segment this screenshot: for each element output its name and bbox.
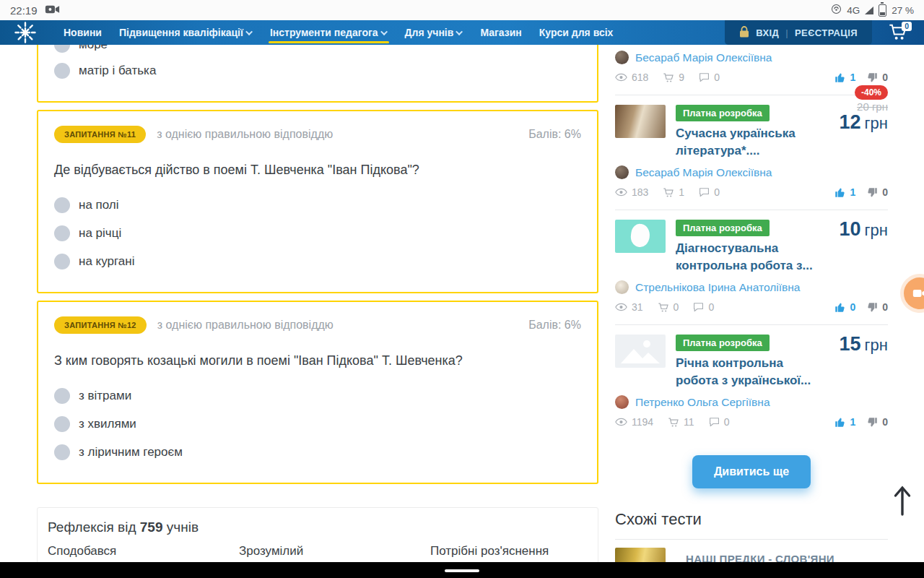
author-link[interactable]: Стрельнікова Ірина Анатоліївна xyxy=(635,281,800,294)
radio-icon[interactable] xyxy=(54,388,70,404)
thumb-up-icon xyxy=(834,302,845,313)
author-link[interactable]: Бесараб Марія Олексіївна xyxy=(635,51,772,64)
menu-item-teacher-tools[interactable]: Інструменти педагога xyxy=(261,20,396,45)
views-stat: 618 xyxy=(615,72,648,83)
answer-option[interactable]: з вітрами xyxy=(54,387,581,405)
lock-icon xyxy=(739,26,749,40)
like-button[interactable]: 1 xyxy=(834,416,855,428)
dislike-button[interactable]: 0 xyxy=(867,301,888,313)
menu-item-for-students[interactable]: Для учнів xyxy=(396,20,472,45)
price: 12грн xyxy=(840,111,888,134)
login-register-button[interactable]: ВХІД | РЕЄСТРАЦІЯ xyxy=(725,20,872,45)
question-number-badge: ЗАПИТАННЯ №12 xyxy=(54,316,147,334)
avatar xyxy=(615,395,629,409)
price: 10грн xyxy=(840,218,888,241)
question-score: Балів: 6% xyxy=(528,319,581,332)
product-title-link[interactable]: Діагностувальна контрольна робота з... xyxy=(676,240,821,275)
avatar xyxy=(615,165,629,179)
menu-item-news[interactable]: Новини xyxy=(55,20,110,45)
like-button[interactable]: 0 xyxy=(834,301,855,313)
scroll-to-top-button[interactable] xyxy=(893,485,912,519)
reflection-title: Рефлексія від 759 учнів xyxy=(48,519,588,535)
dislike-button[interactable]: 0 xyxy=(867,72,888,83)
divider xyxy=(615,539,888,540)
menu-item-courses[interactable]: Курси для всіх xyxy=(531,20,622,45)
author-link[interactable]: Бесараб Марія Олексіївна xyxy=(635,166,772,179)
chevron-down-icon xyxy=(245,28,253,35)
like-button[interactable]: 1 xyxy=(834,72,855,83)
question-card-12: ЗАПИТАННЯ №12 з однією правильною відпов… xyxy=(37,301,598,484)
chevron-down-icon xyxy=(380,28,388,35)
author-link[interactable]: Петренко Ольга Сергіївна xyxy=(635,396,770,409)
eye-icon xyxy=(615,73,627,82)
like-button[interactable]: 1 xyxy=(834,186,855,198)
question-text: Де відбувається дійство в поемі Т. Шевче… xyxy=(54,160,581,179)
product-thumbnail[interactable] xyxy=(615,220,666,253)
cart-icon xyxy=(663,72,674,83)
cart-stat: 0 xyxy=(658,301,679,313)
answer-option[interactable]: матір і батька xyxy=(54,62,581,79)
thumb-down-icon xyxy=(867,72,878,83)
main-menu: Новини Підвищення кваліфікації Інструмен… xyxy=(55,20,622,45)
menu-item-shop[interactable]: Магазин xyxy=(471,20,530,45)
home-indicator[interactable] xyxy=(445,569,479,572)
radio-icon[interactable] xyxy=(54,444,70,460)
cart-icon xyxy=(668,417,679,428)
discount-badge: -40% xyxy=(855,85,888,100)
products-sidebar: Бесараб Марія Олексіївна 618 9 0 xyxy=(615,45,888,578)
login-label: ВХІД xyxy=(756,27,779,38)
comments-stat: 0 xyxy=(693,301,714,313)
radio-icon[interactable] xyxy=(54,63,70,79)
cart-icon xyxy=(663,187,674,198)
android-navigation-bar[interactable] xyxy=(0,562,924,578)
radio-icon[interactable] xyxy=(54,254,70,269)
cart-stat: 1 xyxy=(663,186,684,198)
naurok-logo-icon[interactable] xyxy=(12,20,39,45)
radio-icon[interactable] xyxy=(54,416,70,432)
register-label: РЕЄСТРАЦІЯ xyxy=(795,27,858,38)
product-title-link[interactable]: Сучасна українська література*.... xyxy=(676,125,821,160)
dislike-button[interactable]: 0 xyxy=(867,416,888,428)
cart-icon xyxy=(658,302,669,313)
radio-icon[interactable] xyxy=(54,197,70,213)
question-number-badge: ЗАПИТАННЯ №11 xyxy=(54,126,146,143)
answer-option[interactable]: на кургані xyxy=(54,253,581,270)
answer-option[interactable]: на річці xyxy=(54,225,581,242)
radio-icon[interactable] xyxy=(54,225,70,241)
thumb-down-icon xyxy=(867,187,878,198)
cart-stat: 11 xyxy=(668,416,694,428)
comments-stat: 0 xyxy=(699,72,720,83)
product-title-link[interactable]: Річна контрольна робота з української... xyxy=(676,355,821,389)
answer-option[interactable]: на полі xyxy=(54,197,581,214)
avatar xyxy=(615,280,629,294)
comment-icon xyxy=(693,302,704,312)
question-type: з однією правильною відповіддю xyxy=(157,319,334,332)
screen-record-icon xyxy=(45,4,60,17)
views-stat: 1194 xyxy=(615,416,653,428)
product-thumbnail-placeholder[interactable] xyxy=(615,335,666,368)
paid-badge: Платна розробка xyxy=(676,335,770,351)
menu-item-qualification[interactable]: Підвищення кваліфікації xyxy=(110,20,261,45)
eye-icon xyxy=(615,418,627,426)
thumb-up-icon xyxy=(834,187,845,198)
battery-icon xyxy=(879,4,886,17)
views-stat: 31 xyxy=(615,301,643,313)
thumb-down-icon xyxy=(867,417,878,428)
answer-option[interactable]: з ліричним героєм xyxy=(54,444,581,461)
question-text: З ким говорять козацькі могили в поемі "… xyxy=(54,351,581,370)
signal-strength-icon xyxy=(865,7,873,14)
battery-percent: 27 % xyxy=(892,5,914,16)
answer-option[interactable]: з хвилями xyxy=(54,415,581,433)
cart-button[interactable]: 0 xyxy=(888,22,912,43)
network-type-label: 4G xyxy=(847,5,860,16)
question-score: Балів: 6% xyxy=(528,128,581,141)
product-card: Платна розробка Сучасна українська літер… xyxy=(615,95,888,210)
comment-icon xyxy=(699,187,710,197)
dislike-button[interactable]: 0 xyxy=(867,186,888,198)
see-more-button[interactable]: Дивитись ще xyxy=(692,455,811,488)
arrow-up-icon xyxy=(893,485,912,517)
price: 15грн xyxy=(840,333,888,355)
product-thumbnail[interactable] xyxy=(615,105,666,138)
comments-stat: 0 xyxy=(709,416,730,428)
product-card: Платна розробка Річна контрольна робота … xyxy=(615,325,888,428)
